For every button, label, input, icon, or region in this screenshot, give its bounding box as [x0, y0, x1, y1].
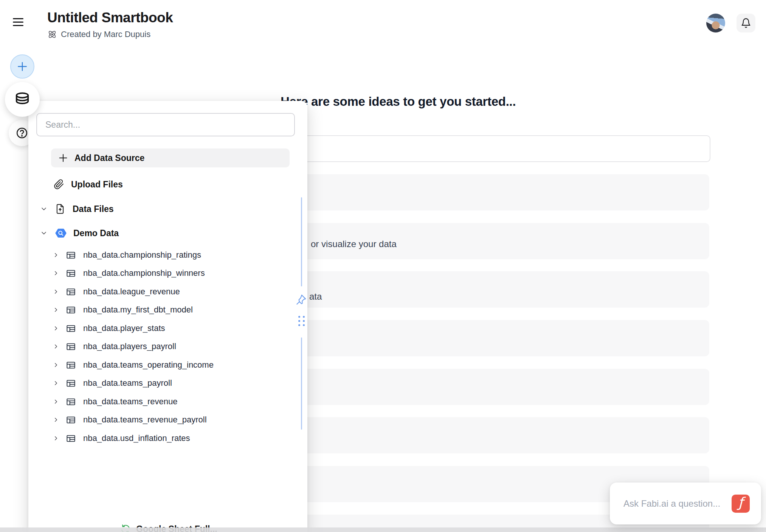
idea-card-text: or visualize your data: [311, 239, 397, 249]
viewport-bottom-strip: [0, 527, 766, 532]
chevron-right-icon[interactable]: [52, 270, 60, 277]
data-sources-button[interactable]: [5, 82, 40, 117]
chevron-right-icon[interactable]: [52, 343, 60, 350]
data-sources-panel: Add Data Source Upload Files: [28, 101, 307, 532]
table-icon: [66, 342, 76, 352]
file-upload-icon: [55, 204, 65, 214]
drag-handle-icon[interactable]: [298, 315, 305, 326]
chevron-right-icon[interactable]: [52, 398, 60, 405]
bigquery-icon: [55, 227, 67, 239]
table-item[interactable]: nba_data.my_first_dbt_model: [52, 303, 193, 316]
idea-card[interactable]: [284, 174, 709, 210]
idea-card[interactable]: [284, 369, 709, 405]
table-icon: [66, 415, 76, 425]
demo-data-label: Demo Data: [73, 228, 119, 238]
idea-card[interactable]: [284, 320, 709, 356]
chevron-down-icon[interactable]: [40, 205, 48, 213]
table-item[interactable]: nba_data.championship_ratings: [52, 249, 201, 261]
chevron-right-icon[interactable]: [52, 325, 60, 332]
add-cell-button[interactable]: [10, 54, 34, 79]
table-item[interactable]: nba_data.teams_revenue_payroll: [52, 413, 207, 426]
pin-panel-icon[interactable]: [295, 293, 307, 306]
panel-edge-scrollbar[interactable]: [301, 197, 302, 286]
table-item[interactable]: nba_data.players_payroll: [52, 340, 176, 353]
upload-files-button[interactable]: Upload Files: [54, 178, 123, 191]
table-item[interactable]: nba_data.teams_payroll: [52, 377, 172, 390]
table-icon: [66, 433, 76, 444]
table-icon: [66, 250, 76, 260]
table-icon: [66, 323, 76, 334]
database-icon: [14, 91, 31, 108]
help-icon: [16, 127, 28, 139]
table-item[interactable]: nba_data.league_revenue: [52, 285, 180, 298]
plus-icon: [57, 152, 69, 164]
table-icon: [66, 378, 76, 388]
page-heading: Here are some ideas to get you started..…: [281, 94, 516, 109]
chevron-right-icon[interactable]: [52, 435, 60, 442]
chevron-right-icon[interactable]: [52, 288, 60, 295]
fabi-send-button[interactable]: ƒ: [732, 495, 750, 513]
table-item[interactable]: nba_data.championship_winners: [52, 267, 205, 280]
chevron-right-icon[interactable]: [52, 252, 60, 258]
table-icon: [66, 287, 76, 297]
table-item[interactable]: nba_data.teams_revenue: [52, 395, 178, 408]
upload-files-label: Upload Files: [71, 179, 123, 190]
prompt-input-card[interactable]: [284, 135, 710, 162]
table-item[interactable]: nba_data.teams_operating_income: [52, 359, 214, 371]
table-icon: [66, 305, 76, 315]
idea-card-text: ata: [309, 291, 322, 302]
idea-card[interactable]: ata: [284, 271, 709, 308]
chevron-right-icon[interactable]: [52, 362, 60, 368]
table-item[interactable]: nba_data.usd_inflation_rates: [52, 432, 190, 445]
paperclip-icon: [54, 179, 64, 190]
idea-card[interactable]: or visualize your data: [284, 223, 709, 259]
table-item[interactable]: nba_data.player_stats: [52, 322, 165, 335]
fabi-logo-icon: ƒ: [738, 496, 743, 509]
panel-edge-scrollbar[interactable]: [301, 337, 302, 430]
app-window: Here are some ideas to get you started..…: [0, 0, 766, 532]
chevron-right-icon[interactable]: [52, 416, 60, 423]
add-data-source-button[interactable]: Add Data Source: [51, 148, 290, 167]
idea-card[interactable]: [284, 417, 709, 453]
search-input[interactable]: [36, 113, 295, 136]
section-data-files[interactable]: Data Files: [40, 202, 114, 216]
add-data-source-label: Add Data Source: [74, 153, 144, 163]
table-icon: [66, 268, 76, 278]
chevron-right-icon[interactable]: [52, 380, 60, 387]
chevron-down-icon[interactable]: [40, 229, 48, 237]
table-icon: [66, 397, 76, 407]
data-files-label: Data Files: [73, 204, 114, 214]
plus-icon: [16, 60, 28, 73]
ask-fabi-bubble[interactable]: Ask Fabi.ai a question... ƒ: [610, 483, 761, 524]
table-icon: [66, 360, 76, 370]
ask-fabi-input[interactable]: Ask Fabi.ai a question...: [623, 498, 732, 509]
section-demo-data[interactable]: Demo Data: [40, 226, 119, 240]
chevron-right-icon[interactable]: [52, 306, 60, 313]
